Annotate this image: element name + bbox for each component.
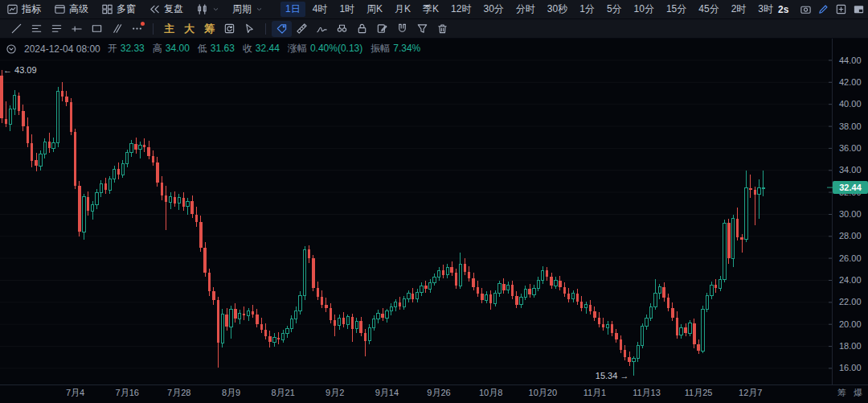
x-axis-label: 11月1 <box>583 388 607 397</box>
x-axis-label: 7月28 <box>167 388 190 397</box>
x-axis-label: 9月14 <box>375 388 399 397</box>
period-menu[interactable]: 周期 <box>232 2 263 16</box>
ohlc-info-bar: 2024-12-04 08:00 开32.33高34.00低31.63收32.4… <box>6 42 420 56</box>
period-menu-label: 周期 <box>232 2 252 16</box>
top-right-tools <box>796 2 868 18</box>
tool-main-chart-toggle[interactable]: 主 <box>159 21 179 37</box>
y-axis-label: 42.00 <box>839 77 862 87</box>
period-button-16[interactable]: 3时 <box>753 2 778 17</box>
y-axis-label: 22.00 <box>839 297 862 306</box>
divider <box>265 23 266 35</box>
period-button-0[interactable]: 1日 <box>280 2 305 17</box>
period-button-8[interactable]: 分时 <box>511 2 540 17</box>
rectangle-icon[interactable] <box>87 21 107 37</box>
signature-brush-icon[interactable] <box>312 21 332 37</box>
period-button-1[interactable]: 4时 <box>308 2 333 17</box>
menu-indicators[interactable]: 指标 <box>6 2 41 16</box>
x-axis-label: 10月20 <box>529 388 557 397</box>
y-axis-label: 24.00 <box>839 275 862 285</box>
chevron-down-icon <box>256 4 263 15</box>
y-axis-label: 18.00 <box>839 341 862 351</box>
x-axis-label: 7月4 <box>66 388 84 397</box>
price-tag-icon[interactable] <box>272 21 292 37</box>
menu-advanced[interactable]: 高级 <box>54 2 88 16</box>
y-axis-label: 40.00 <box>839 99 862 109</box>
ohlc-fields: 开32.33高34.00低31.63收32.44涨幅0.40%(0.13)振幅7… <box>108 42 421 56</box>
delete-drawings-icon[interactable] <box>432 21 452 37</box>
period-button-13[interactable]: 15分 <box>661 2 691 17</box>
y-axis-label: 26.00 <box>839 253 862 263</box>
y-axis-label: 16.00 <box>839 363 862 372</box>
draw-mode-icon[interactable] <box>814 2 832 18</box>
drawing-toolbar: 主大筹 <box>0 19 868 39</box>
filter-drawings-icon[interactable] <box>412 21 432 37</box>
x-axis-label: 8月9 <box>222 388 240 397</box>
high-annotation: ← 43.09 <box>3 65 37 75</box>
period-button-4[interactable]: 月K <box>390 2 416 17</box>
indicators-icon <box>6 3 18 15</box>
top-toolbar: 指标高级多窗复盘 周期 1日4时1时周K月K季K12时30分分时30秒1分5分1… <box>0 0 868 19</box>
menu-replay[interactable]: 复盘 <box>149 2 183 16</box>
replay-icon <box>149 3 161 15</box>
tool-chip-distribution-toggle[interactable]: 筹 <box>199 21 219 37</box>
x-axis-label: 12月7 <box>739 388 762 397</box>
cursor-select-icon[interactable] <box>240 21 260 37</box>
lock-drawings-icon[interactable] <box>352 21 372 37</box>
ruler-icon[interactable] <box>292 21 312 37</box>
bar-datetime: 2024-12-04 08:00 <box>24 43 100 55</box>
ohlc-field-低: 低31.63 <box>198 42 235 56</box>
refresh-interval[interactable]: 2s <box>778 4 788 15</box>
horizontal-lines-icon[interactable] <box>27 21 47 37</box>
y-axis-label: 38.00 <box>839 121 862 131</box>
period-button-3[interactable]: 周K <box>362 2 387 17</box>
line-segments-icon[interactable] <box>47 21 67 37</box>
edit-note-icon[interactable] <box>372 21 392 37</box>
x-axis-label: 8月21 <box>271 388 294 397</box>
y-axis-label: 28.00 <box>839 231 862 241</box>
candlesticks <box>0 70 764 376</box>
period-button-14[interactable]: 45分 <box>694 2 723 17</box>
trend-line-icon[interactable] <box>6 21 27 37</box>
ohlc-field-开: 开32.33 <box>108 42 145 56</box>
x-axis-label: 11月13 <box>633 388 661 397</box>
period-list: 1日4时1时周K月K季K12时30分分时30秒1分5分10分15分45分2时3时 <box>280 2 778 17</box>
x-axis-label: 9月26 <box>427 388 450 397</box>
magnet-mode-icon[interactable] <box>392 21 412 37</box>
y-axis-label: 44.00 <box>839 56 862 65</box>
period-button-2[interactable]: 1时 <box>334 2 359 17</box>
low-annotation: 15.34 → <box>596 371 629 380</box>
ohlc-field-振幅: 振幅7.34% <box>371 42 420 56</box>
period-button-7[interactable]: 30分 <box>478 2 508 17</box>
notification-dot <box>141 22 145 26</box>
collapse-circle-chevron-icon[interactable] <box>6 43 17 55</box>
chevron-down-icon <box>212 4 219 15</box>
period-button-5[interactable]: 季K <box>418 2 444 17</box>
chart-area: 2024-12-04 08:00 开32.33高34.00低31.63收32.4… <box>0 39 868 403</box>
chart-canvas[interactable]: 44.0042.0040.0038.0036.0034.0032.0030.00… <box>0 39 868 403</box>
period-button-11[interactable]: 5分 <box>602 2 627 17</box>
x-axis-label: 9月2 <box>326 388 344 397</box>
menu-multi-window[interactable]: 多窗 <box>101 2 136 16</box>
candles-icon <box>196 3 208 15</box>
corner-toggle-0[interactable]: 筹 <box>837 388 846 397</box>
add-pane-icon[interactable] <box>832 2 850 18</box>
period-button-9[interactable]: 30秒 <box>542 2 572 17</box>
period-button-12[interactable]: 10分 <box>629 2 659 17</box>
period-button-15[interactable]: 2时 <box>727 2 751 17</box>
horizontal-ray-icon[interactable] <box>67 21 87 37</box>
more-drawings-icon[interactable] <box>127 21 147 37</box>
top-menu-group: 指标高级多窗复盘 <box>6 2 196 16</box>
screenshot-icon[interactable] <box>796 2 814 18</box>
period-button-6[interactable]: 12时 <box>446 2 476 17</box>
y-axis-label: 20.00 <box>839 319 862 329</box>
replay-frame-icon[interactable] <box>219 21 240 37</box>
multi-window-icon <box>101 3 113 15</box>
parallel-channel-icon[interactable] <box>107 21 127 37</box>
period-button-10[interactable]: 1分 <box>575 2 600 17</box>
corner-toggle-1[interactable]: 爆 <box>854 388 862 397</box>
measure-icon[interactable] <box>332 21 352 37</box>
tool-large-chart-toggle[interactable]: 大 <box>179 21 199 37</box>
chart-type-selector[interactable] <box>196 3 219 15</box>
ohlc-field-收: 收32.44 <box>243 42 280 56</box>
mini-chart-icon[interactable] <box>850 2 867 18</box>
